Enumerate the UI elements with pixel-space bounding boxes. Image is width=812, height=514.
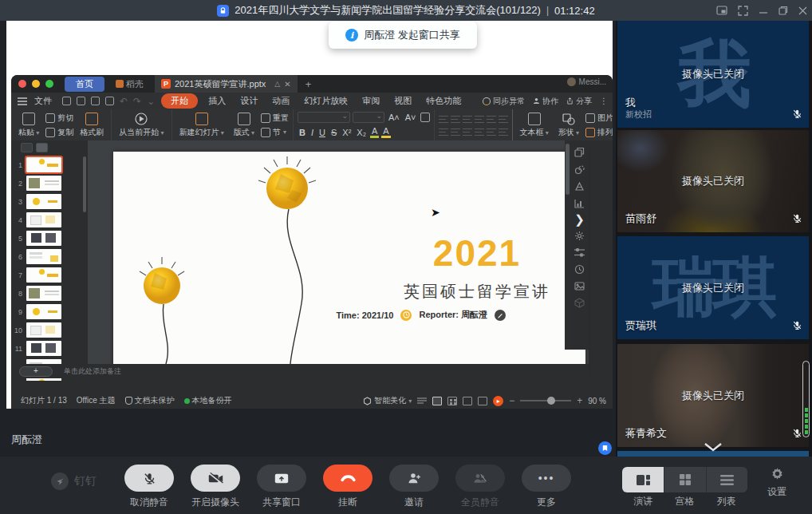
camera-on-button[interactable]: 开启摄像头 — [182, 465, 249, 509]
normal-view-icon[interactable] — [432, 397, 442, 405]
settings-button[interactable]: 设置 — [755, 467, 799, 499]
new-slide-button[interactable]: 新建幻灯片 ▾ — [176, 113, 227, 138]
menu-insert[interactable]: 插入 — [201, 95, 233, 107]
mute-all-button[interactable]: 全员静音 — [447, 465, 514, 509]
print-icon[interactable] — [91, 97, 100, 105]
menu-slideshow[interactable]: 幻灯片放映 — [297, 95, 355, 107]
maximize-icon[interactable] — [778, 6, 788, 15]
zoom-slider-thumb[interactable] — [547, 397, 555, 405]
arrange-button[interactable]: 排列▾ — [585, 127, 613, 138]
fullscreen-icon[interactable] — [738, 6, 748, 16]
grid-view-tab[interactable] — [664, 467, 705, 492]
undo-icon[interactable]: ↶ — [120, 96, 128, 107]
decrease-indent-icon[interactable] — [463, 114, 472, 124]
participant-tile[interactable]: 瑞琪 摄像头已关闭 贾瑞琪 — [617, 236, 809, 339]
format-painter-button[interactable]: 格式刷 — [77, 113, 107, 138]
share-button[interactable]: 分享 — [566, 96, 592, 107]
wps-home-tab[interactable]: 首页 — [65, 77, 104, 92]
zoom-traffic-light[interactable] — [45, 80, 53, 88]
strikethrough-button[interactable]: S — [329, 128, 338, 137]
minimize-icon[interactable] — [759, 6, 768, 15]
bold-button[interactable]: B — [298, 128, 307, 137]
theme-name[interactable]: Office 主题 — [77, 395, 116, 406]
preview-icon[interactable] — [105, 97, 114, 105]
qat-dropdown-icon[interactable]: ⌄ — [147, 96, 155, 107]
minimize-traffic-light[interactable] — [32, 80, 40, 88]
presenter-view-icon[interactable] — [478, 397, 487, 405]
italic-button[interactable]: I — [309, 128, 315, 137]
thumbnail-view-toggle[interactable] — [36, 143, 48, 152]
adjust-sliders-icon[interactable] — [574, 248, 585, 257]
save-icon[interactable] — [77, 97, 85, 105]
font-color-button[interactable]: A — [381, 126, 390, 138]
wps-account[interactable]: Messi... — [567, 77, 606, 86]
slide-thumbnail[interactable]: 10 — [13, 321, 81, 339]
menu-more-icon[interactable]: ⋮ — [600, 97, 608, 105]
columns-icon[interactable] — [499, 114, 508, 124]
font-family-select[interactable] — [298, 112, 350, 123]
zoom-slider[interactable] — [520, 400, 571, 401]
redo-icon[interactable]: ↷ — [133, 96, 141, 107]
close-traffic-light[interactable] — [18, 80, 26, 88]
decrease-font-icon[interactable]: A˅ — [404, 113, 418, 122]
slide-thumbnail[interactable]: 3 — [13, 192, 81, 211]
numbering-icon[interactable] — [451, 114, 460, 124]
image-pane-icon[interactable] — [574, 282, 585, 291]
menu-file[interactable]: 文件 — [27, 95, 59, 107]
add-slide-button[interactable]: + — [19, 366, 53, 377]
menu-animation[interactable]: 动画 — [265, 95, 297, 107]
shrink-text-icon[interactable] — [499, 127, 508, 136]
slide-thumbnail[interactable]: 4 — [13, 211, 81, 229]
zoom-out-icon[interactable]: − — [509, 395, 514, 406]
increase-font-icon[interactable]: A˄ — [387, 113, 401, 122]
sync-status[interactable]: 同步异常 — [483, 96, 525, 107]
close-document-icon[interactable]: ✕ — [284, 80, 290, 89]
slide-thumbnail[interactable]: 11 — [13, 339, 81, 358]
shapes-button[interactable]: 形状 ▾ — [555, 113, 582, 138]
picture-button[interactable]: 图片▾ — [585, 113, 613, 124]
speaker-view-tab[interactable] — [622, 467, 664, 492]
object-gallery-icon[interactable] — [574, 147, 585, 157]
slide-thumbnail[interactable]: 2 — [13, 174, 81, 192]
slide-thumbnail[interactable]: 1 — [13, 156, 81, 174]
play-from-current-button[interactable]: 从当前开始 ▾ — [116, 113, 167, 138]
align-right-icon[interactable] — [463, 127, 472, 136]
slide-1-editing-area[interactable]: 2021 英国硕士留学宣讲 Time: 2021/10 Reporter: 周酝… — [113, 152, 585, 372]
cut-button[interactable]: 剪切 — [45, 113, 73, 124]
smart-beautify-button[interactable]: 智能美化▾ — [363, 395, 412, 406]
smartart-icon[interactable] — [574, 182, 585, 192]
align-center-icon[interactable] — [451, 127, 460, 136]
superscript-button[interactable]: X² — [341, 128, 353, 137]
hang-up-button[interactable]: 挂断 — [314, 465, 381, 509]
participant-tile[interactable]: 摄像头已关闭 苗雨舒 — [617, 130, 809, 232]
paste-button[interactable]: 粘贴 ▾ — [15, 113, 42, 138]
slide-thumbnail[interactable]: 8 — [13, 284, 81, 302]
wps-document-tab[interactable]: P 2021英硕留学宣讲.pptx △ ✕ — [155, 75, 298, 93]
hamburger-icon[interactable] — [18, 97, 27, 105]
justify-icon[interactable] — [475, 127, 484, 136]
share-window-button[interactable]: 共享窗口 — [248, 465, 315, 509]
layout-button[interactable]: 版式 ▾ — [231, 113, 258, 138]
slide-thumbnail[interactable]: 6 — [13, 247, 81, 266]
line-spacing-icon[interactable] — [487, 127, 496, 136]
open-icon[interactable] — [62, 97, 71, 105]
sidebar-scrollbar[interactable] — [802, 361, 810, 437]
menu-view[interactable]: 视图 — [387, 95, 419, 107]
slideshow-play-button[interactable]: ▸ — [493, 396, 503, 406]
collaborate-button[interactable]: 协作 — [533, 96, 558, 107]
new-tab-button[interactable]: + — [305, 78, 312, 90]
clear-format-icon[interactable] — [420, 113, 430, 122]
participant-tile[interactable]: 摄像头已关闭 蒋青希文 — [617, 344, 809, 447]
backup-status[interactable]: 本地备份开 — [184, 395, 232, 406]
wps-docer-tab[interactable]: 稻壳 — [111, 77, 148, 92]
outline-view-toggle[interactable] — [21, 143, 33, 152]
menu-review[interactable]: 审阅 — [355, 95, 387, 107]
effects-icon[interactable] — [574, 231, 585, 241]
align-left-icon[interactable] — [439, 127, 448, 136]
reading-view-icon[interactable] — [463, 397, 472, 405]
reset-button[interactable]: 重置 — [261, 113, 289, 124]
more-button[interactable]: ••• 更多 — [513, 465, 580, 509]
model-3d-icon[interactable] — [574, 298, 585, 308]
slide-thumbnail[interactable]: 9 — [13, 302, 81, 321]
slide-sorter-icon[interactable] — [447, 397, 457, 405]
